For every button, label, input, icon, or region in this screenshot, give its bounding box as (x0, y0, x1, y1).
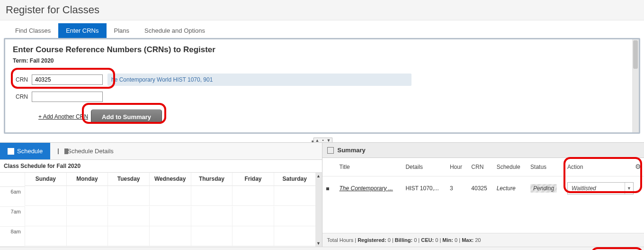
scroll-up-icon[interactable]: ▲ (315, 173, 322, 179)
totals-min-l: Min: (442, 237, 453, 243)
totals-bar: Total Hours | Registered: 0 | Billing: 0… (322, 233, 644, 247)
schedule-cell[interactable] (25, 186, 66, 206)
day-head: Sunday (25, 173, 66, 186)
tab-schedule-options[interactable]: Schedule and Options (137, 23, 213, 38)
schedule-cell[interactable] (274, 206, 315, 226)
schedule-scrollbar[interactable]: ▲ ▼ (315, 173, 322, 247)
crn-desc-1: he Contemporary World HIST 1070, 901 (107, 74, 411, 86)
add-to-summary-button[interactable]: Add to Summary (91, 110, 162, 124)
tab-enter-crns[interactable]: Enter CRNs (58, 23, 106, 38)
day-head: Tuesday (107, 173, 149, 186)
add-another-crn-link[interactable]: + Add Another CRN (38, 113, 88, 120)
schedule-cell[interactable] (107, 226, 149, 246)
hour-label: 6am (0, 187, 25, 207)
schedule-cell[interactable] (25, 206, 66, 226)
totals-max-l: Max: (462, 237, 474, 243)
top-tabs: Find Classes Enter CRNs Plans Schedule a… (8, 23, 644, 38)
footer-bar: Panels ▼ Submit (0, 247, 644, 250)
summary-icon (327, 147, 334, 154)
schedule-cell[interactable] (149, 206, 191, 226)
day-head: Wednesday (149, 173, 191, 186)
enter-crn-heading: Enter Course Reference Numbers (CRNs) to… (13, 45, 628, 55)
summary-hours: 3 (446, 176, 467, 201)
totals-registered-l: Registered: (358, 237, 386, 243)
col-status[interactable]: Status (527, 158, 564, 176)
schedule-cell[interactable] (66, 186, 108, 206)
schedule-cell[interactable] (232, 206, 274, 226)
day-head: Thursday (191, 173, 233, 186)
page-title: Register for Classes (0, 0, 644, 20)
tab-find-classes[interactable]: Find Classes (8, 23, 58, 38)
summary-title-link[interactable]: The Contemporary ... (340, 185, 393, 192)
crn-label-2: CRN (16, 93, 32, 100)
schedule-cell[interactable] (149, 226, 191, 246)
schedule-cell[interactable] (191, 186, 233, 206)
totals-ceu-l: CEU: (421, 237, 434, 243)
summary-details: HIST 1070,... (402, 176, 446, 201)
totals-billing-l: Billing: (395, 237, 412, 243)
day-head: Monday (66, 173, 108, 186)
col-action[interactable]: Action (567, 164, 583, 170)
schedule-cell[interactable] (274, 186, 315, 206)
schedule-cell[interactable] (191, 226, 233, 246)
term-prefix: Term: (13, 57, 30, 64)
crn-input-2[interactable] (32, 92, 103, 102)
day-head: Friday (232, 173, 274, 186)
totals-ceu-v: 0 (435, 237, 438, 243)
schedule-cell[interactable] (149, 186, 191, 206)
col-title[interactable]: Title (336, 158, 402, 176)
panel-splitter[interactable]: ▲•▼ (0, 134, 644, 142)
schedule-cell[interactable] (274, 226, 315, 246)
schedule-cell[interactable] (66, 206, 108, 226)
scroll-down-icon[interactable]: ▼ (315, 240, 322, 247)
day-head: Saturday (274, 173, 315, 186)
summary-schedule: Lecture (493, 176, 527, 201)
action-select-value: Waitlisted (568, 185, 625, 192)
tab-plans[interactable]: Plans (107, 23, 137, 38)
totals-registered-v: 0 (388, 237, 391, 243)
schedule-cell[interactable] (107, 186, 149, 206)
col-details[interactable]: Details (402, 158, 446, 176)
totals-min-v: 0 (455, 237, 457, 243)
summary-table: Title Details Hour CRN Schedule Status A… (322, 158, 644, 200)
schedule-cell[interactable] (107, 206, 149, 226)
schedule-subtabs: Schedule Schedule Details (0, 143, 322, 160)
subtab-schedule[interactable]: Schedule (0, 143, 50, 159)
hour-label: 8am (0, 227, 25, 247)
list-icon (58, 148, 64, 154)
totals-billing-v: 0 (414, 237, 417, 243)
schedule-cell[interactable] (25, 226, 66, 246)
enter-crn-panel: Enter Course Reference Numbers (CRNs) to… (4, 38, 640, 134)
col-hours[interactable]: Hour (446, 158, 467, 176)
subtab-schedule-details[interactable]: Schedule Details (50, 143, 121, 159)
crn-input-1[interactable] (32, 74, 103, 85)
col-crn[interactable]: CRN (467, 158, 492, 176)
summary-header-label: Summary (338, 147, 366, 154)
status-badge: Pending (530, 184, 557, 193)
totals-max-v: 20 (475, 237, 481, 243)
col-schedule[interactable]: Schedule (493, 158, 527, 176)
schedule-cell[interactable] (191, 206, 233, 226)
subtab-details-label: Schedule Details (67, 148, 114, 155)
summary-crn: 40325 (467, 176, 492, 201)
schedule-title: Class Schedule for Fall 2020 (0, 160, 322, 173)
action-select[interactable]: Waitlisted ▼ (567, 182, 634, 194)
subtab-schedule-label: Schedule (17, 148, 43, 155)
calendar-icon (8, 148, 14, 155)
chevron-down-icon: ▼ (625, 183, 633, 194)
summary-row: The Contemporary ... HIST 1070,... 3 403… (322, 176, 644, 201)
summary-header: Summary (322, 143, 644, 158)
schedule-cell[interactable] (232, 186, 274, 206)
row-dot-icon (326, 187, 329, 190)
panel-scrollbar[interactable] (632, 39, 639, 132)
schedule-title-term: Fall 2020 (56, 163, 80, 169)
schedule-cell[interactable] (232, 226, 274, 246)
totals-label: Total Hours (327, 237, 354, 243)
term-line: Term: Fall 2020 (13, 57, 628, 64)
crn-label-1: CRN (16, 76, 32, 83)
hour-label: 7am (0, 207, 25, 227)
gear-icon[interactable]: ⚙ (635, 163, 641, 170)
annotation-highlight (591, 247, 643, 250)
schedule-cell[interactable] (66, 226, 108, 246)
term-value: Fall 2020 (30, 57, 54, 64)
